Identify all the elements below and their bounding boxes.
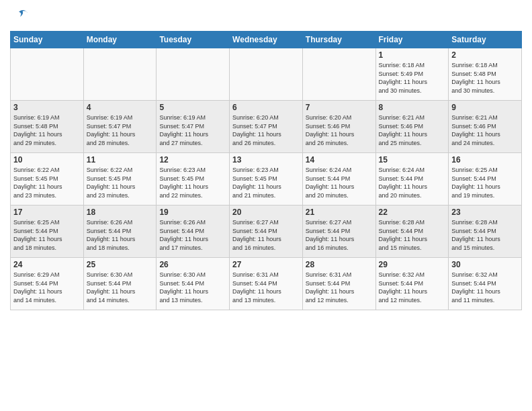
weekday-header-row: SundayMondayTuesdayWednesdayThursdayFrid…: [11, 32, 522, 48]
day-info: Sunrise: 6:29 AM Sunset: 5:44 PM Dayligh…: [13, 271, 81, 304]
day-info: Sunrise: 6:19 AM Sunset: 5:47 PM Dayligh…: [87, 113, 154, 147]
day-number: 19: [159, 208, 226, 217]
day-info: Sunrise: 6:21 AM Sunset: 5:46 PM Dayligh…: [379, 113, 446, 147]
day-number: 24: [13, 260, 81, 269]
day-number: 4: [87, 103, 154, 112]
day-number: 13: [232, 155, 300, 165]
calendar-cell: [157, 48, 230, 101]
weekday-header-monday: Monday: [83, 32, 157, 48]
calendar-cell: 10Sunrise: 6:22 AM Sunset: 5:45 PM Dayli…: [11, 153, 84, 205]
weekday-header-wednesday: Wednesday: [230, 32, 303, 48]
day-info: Sunrise: 6:31 AM Sunset: 5:44 PM Dayligh…: [232, 271, 300, 304]
weekday-header-sunday: Sunday: [11, 32, 84, 48]
day-info: Sunrise: 6:24 AM Sunset: 5:44 PM Dayligh…: [379, 166, 446, 199]
calendar-cell: 14Sunrise: 6:24 AM Sunset: 5:44 PM Dayli…: [302, 153, 375, 205]
day-number: 7: [306, 103, 373, 112]
calendar-cell: [11, 48, 84, 101]
day-info: Sunrise: 6:20 AM Sunset: 5:47 PM Dayligh…: [232, 113, 300, 147]
day-info: Sunrise: 6:24 AM Sunset: 5:44 PM Dayligh…: [306, 166, 373, 199]
day-number: 23: [451, 208, 519, 217]
day-number: 29: [379, 260, 446, 269]
weekday-header-friday: Friday: [375, 32, 449, 48]
calendar-cell: 4Sunrise: 6:19 AM Sunset: 5:47 PM Daylig…: [83, 101, 157, 153]
day-info: Sunrise: 6:25 AM Sunset: 5:44 PM Dayligh…: [13, 218, 81, 252]
logo-icon: [10, 7, 29, 26]
day-info: Sunrise: 6:28 AM Sunset: 5:44 PM Dayligh…: [451, 218, 519, 252]
day-number: 2: [451, 50, 519, 60]
day-number: 3: [13, 103, 81, 112]
calendar-cell: 9Sunrise: 6:21 AM Sunset: 5:46 PM Daylig…: [449, 101, 522, 153]
day-info: Sunrise: 6:23 AM Sunset: 5:45 PM Dayligh…: [232, 166, 300, 199]
day-info: Sunrise: 6:27 AM Sunset: 5:44 PM Dayligh…: [232, 218, 300, 252]
day-info: Sunrise: 6:18 AM Sunset: 5:49 PM Dayligh…: [379, 61, 446, 95]
day-info: Sunrise: 6:27 AM Sunset: 5:44 PM Dayligh…: [306, 218, 373, 252]
day-number: 30: [451, 260, 519, 269]
day-number: 15: [379, 155, 446, 165]
day-number: 9: [451, 103, 519, 112]
calendar-cell: 27Sunrise: 6:31 AM Sunset: 5:44 PM Dayli…: [230, 258, 303, 310]
day-info: Sunrise: 6:18 AM Sunset: 5:48 PM Dayligh…: [451, 61, 519, 95]
day-number: 1: [379, 50, 446, 60]
weekday-header-thursday: Thursday: [302, 32, 375, 48]
calendar-cell: 1Sunrise: 6:18 AM Sunset: 5:49 PM Daylig…: [375, 48, 449, 101]
calendar-cell: 5Sunrise: 6:19 AM Sunset: 5:47 PM Daylig…: [157, 101, 230, 153]
day-number: 10: [13, 155, 81, 165]
day-info: Sunrise: 6:30 AM Sunset: 5:44 PM Dayligh…: [87, 271, 154, 304]
day-info: Sunrise: 6:28 AM Sunset: 5:44 PM Dayligh…: [379, 218, 446, 252]
day-info: Sunrise: 6:23 AM Sunset: 5:45 PM Dayligh…: [159, 166, 226, 199]
calendar-cell: 30Sunrise: 6:32 AM Sunset: 5:44 PM Dayli…: [449, 258, 522, 310]
calendar-cell: 19Sunrise: 6:26 AM Sunset: 5:44 PM Dayli…: [157, 205, 230, 258]
day-number: 8: [379, 103, 446, 112]
calendar-cell: 21Sunrise: 6:27 AM Sunset: 5:44 PM Dayli…: [302, 205, 375, 258]
calendar-cell: 29Sunrise: 6:32 AM Sunset: 5:44 PM Dayli…: [375, 258, 449, 310]
day-number: 25: [87, 260, 154, 269]
day-info: Sunrise: 6:22 AM Sunset: 5:45 PM Dayligh…: [13, 166, 81, 199]
calendar-body: 1Sunrise: 6:18 AM Sunset: 5:49 PM Daylig…: [11, 48, 522, 310]
day-number: 6: [232, 103, 300, 112]
calendar-cell: 17Sunrise: 6:25 AM Sunset: 5:44 PM Dayli…: [11, 205, 84, 258]
calendar-week-5: 24Sunrise: 6:29 AM Sunset: 5:44 PM Dayli…: [11, 258, 522, 310]
day-info: Sunrise: 6:21 AM Sunset: 5:46 PM Dayligh…: [451, 113, 519, 147]
weekday-header-saturday: Saturday: [449, 32, 522, 48]
day-number: 26: [159, 260, 226, 269]
day-info: Sunrise: 6:32 AM Sunset: 5:44 PM Dayligh…: [451, 271, 519, 304]
calendar-cell: 20Sunrise: 6:27 AM Sunset: 5:44 PM Dayli…: [230, 205, 303, 258]
day-number: 11: [87, 155, 154, 165]
calendar-week-1: 1Sunrise: 6:18 AM Sunset: 5:49 PM Daylig…: [11, 48, 522, 101]
weekday-header-tuesday: Tuesday: [157, 32, 230, 48]
calendar-table: SundayMondayTuesdayWednesdayThursdayFrid…: [10, 31, 522, 310]
calendar-cell: 7Sunrise: 6:20 AM Sunset: 5:46 PM Daylig…: [302, 101, 375, 153]
day-number: 18: [87, 208, 154, 217]
day-number: 17: [13, 208, 81, 217]
day-info: Sunrise: 6:19 AM Sunset: 5:47 PM Dayligh…: [159, 113, 226, 147]
day-number: 12: [159, 155, 226, 165]
calendar-cell: [230, 48, 303, 101]
calendar-cell: [302, 48, 375, 101]
day-number: 5: [159, 103, 226, 112]
page: SundayMondayTuesdayWednesdayThursdayFrid…: [0, 0, 532, 411]
day-number: 28: [306, 260, 373, 269]
calendar-cell: 3Sunrise: 6:19 AM Sunset: 5:48 PM Daylig…: [11, 101, 84, 153]
day-info: Sunrise: 6:26 AM Sunset: 5:44 PM Dayligh…: [159, 218, 226, 252]
calendar-cell: 8Sunrise: 6:21 AM Sunset: 5:46 PM Daylig…: [375, 101, 449, 153]
calendar-cell: 24Sunrise: 6:29 AM Sunset: 5:44 PM Dayli…: [11, 258, 84, 310]
calendar-cell: 18Sunrise: 6:26 AM Sunset: 5:44 PM Dayli…: [83, 205, 157, 258]
calendar-cell: 13Sunrise: 6:23 AM Sunset: 5:45 PM Dayli…: [230, 153, 303, 205]
calendar-cell: 12Sunrise: 6:23 AM Sunset: 5:45 PM Dayli…: [157, 153, 230, 205]
calendar-cell: 28Sunrise: 6:31 AM Sunset: 5:44 PM Dayli…: [302, 258, 375, 310]
calendar-cell: 16Sunrise: 6:25 AM Sunset: 5:44 PM Dayli…: [449, 153, 522, 205]
day-info: Sunrise: 6:32 AM Sunset: 5:44 PM Dayligh…: [379, 271, 446, 304]
day-info: Sunrise: 6:30 AM Sunset: 5:44 PM Dayligh…: [159, 271, 226, 304]
logo: [10, 7, 32, 26]
day-info: Sunrise: 6:19 AM Sunset: 5:48 PM Dayligh…: [13, 113, 81, 147]
day-number: 20: [232, 208, 300, 217]
day-info: Sunrise: 6:26 AM Sunset: 5:44 PM Dayligh…: [87, 218, 154, 252]
day-number: 22: [379, 208, 446, 217]
day-info: Sunrise: 6:25 AM Sunset: 5:44 PM Dayligh…: [451, 166, 519, 199]
calendar-header: SundayMondayTuesdayWednesdayThursdayFrid…: [11, 32, 522, 48]
calendar-cell: [83, 48, 157, 101]
calendar-week-4: 17Sunrise: 6:25 AM Sunset: 5:44 PM Dayli…: [11, 205, 522, 258]
day-info: Sunrise: 6:20 AM Sunset: 5:46 PM Dayligh…: [306, 113, 373, 147]
calendar-cell: 2Sunrise: 6:18 AM Sunset: 5:48 PM Daylig…: [449, 48, 522, 101]
calendar-week-3: 10Sunrise: 6:22 AM Sunset: 5:45 PM Dayli…: [11, 153, 522, 205]
